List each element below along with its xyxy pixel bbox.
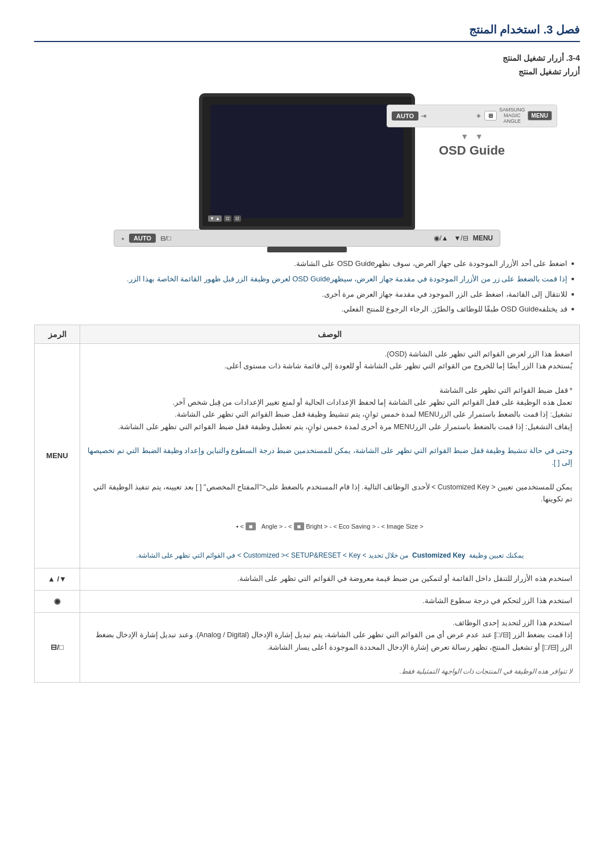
bullet-list: اضغط على أحد الأزرار الموجودة على جهاز ا… [34,258,580,315]
osd-guide-area: MENU SAMSUNGMAGICANGLE ⊞ ✦ ⇥ AUTO ▼ ▼ OS… [387,105,557,158]
bullet-item-1: اضغط على أحد الأزرار الموجودة على جهاز ا… [34,258,574,270]
section-label: 3-4. أزرار تشغيل المنتج [34,53,580,63]
table-row-brightness: استخدم هذا الزر لتحكم في درجة سطوع الشاش… [35,591,580,613]
osd-menu-btn: MENU [528,111,552,121]
nav-icons: ⊟/▼ ▲/◉ [434,234,468,242]
col-header-code: الرمز [35,325,80,344]
monitor-base [267,247,347,252]
monitor-body: ⊡ ⊡ ▲▼ [199,93,415,230]
bottom-auto-btn: AUTO [129,234,156,243]
nav-code: ▼/ ▲ [35,568,80,591]
bottom-strip-center: □/⊟ AUTO ● [121,234,171,243]
input-code: □/⊟ [35,613,80,682]
input-desc: استخدم هذا الزر لتحديد إحدى الوظائف. إذا… [80,613,580,682]
osd-buttons-bar: MENU SAMSUNGMAGICANGLE ⊞ ✦ ⇥ AUTO [387,105,557,127]
bullet-item-3: للانتقال إلى القائمة، اضغط على الزر المو… [34,289,574,301]
osd-star-icon: ✦ [475,111,482,121]
menu-code: MENU [35,344,80,568]
brightness-desc: استخدم هذا الزر لتحكم في درجة سطوع الشاش… [80,591,580,613]
bullet-item-4: قد يختلفهOSD Guide طبقًا للوظائف والطرّز… [34,304,574,315]
monitor-illustration: ⊡ ⊡ ▲▼ MENU SAMSUNGMAGICANGLE ⊞ ✦ ⇥ AUTO… [34,88,580,247]
table-row-menu: اضغط هذا الزر لعرض القوائم التي تظهر على… [35,344,580,568]
page-title: فصل 3. استخدام المنتج [34,23,580,42]
brightness-code: ◉ [35,591,80,613]
monitor-screen [210,105,404,218]
col-header-desc: الوصف [80,325,580,344]
angle-row: < Angle > - < ■ Bright > - < Eco Saving … [87,521,572,532]
bullet-item-2: إذا قمت بالضغط على زر من الأزرار الموجود… [34,273,574,285]
osd-auto-btn: AUTO [392,111,418,121]
bottom-strip-left: MENU ⊟/▼ ▲/◉ [434,234,493,242]
menu-desc: اضغط هذا الزر لعرض القوائم التي تظهر على… [80,344,580,568]
osd-grid-btn: ⊞ [484,111,497,121]
table-row-input: استخدم هذا الزر لتحديد إحدى الوظائف. إذا… [35,613,580,682]
bottom-strip: MENU ⊟/▼ ▲/◉ □/⊟ AUTO ● [114,230,500,247]
osd-guide-label: OSD Guide [387,143,557,158]
menu-label: MENU [473,234,493,242]
table-row-nav: استخدم هذه الأزرار للتنقل داخل القائمة أ… [35,568,580,591]
main-table: الوصف الرمز اضغط هذا الزر لعرض القوائم ا… [34,325,580,682]
osd-guide-down-arrows: ▼ ▼ [387,132,557,141]
sub-section-label: أزرار تشغيل المنتج [34,67,580,76]
setup-reset-line: يمكنك تعيين وظيفة Customized Key من خلال… [87,550,572,561]
nav-desc: استخدم هذه الأزرار للتنقل داخل القائمة أ… [80,568,580,591]
